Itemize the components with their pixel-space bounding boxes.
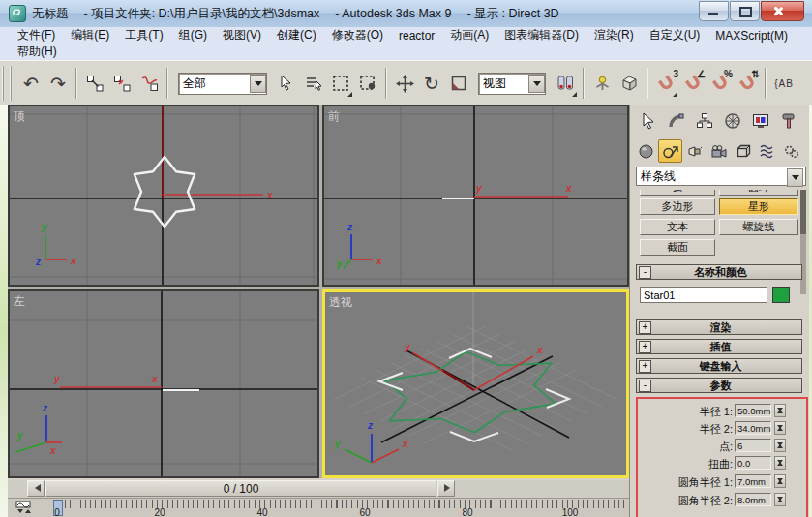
category-helpers[interactable] xyxy=(731,139,755,163)
tab-create[interactable] xyxy=(634,107,662,135)
toolbar-drag-handle[interactable] xyxy=(2,66,12,101)
menu-help[interactable]: 帮助(H) xyxy=(10,43,65,61)
viewport-left[interactable]: 左 y x z y x xyxy=(8,289,319,478)
viewport-top[interactable]: 顶 x y z x xyxy=(8,105,319,287)
select-by-name-button[interactable] xyxy=(300,67,327,100)
object-name-input[interactable] xyxy=(640,287,767,303)
object-type-rollout: 弧 圆环 多边形 星形 文本 螺旋线 截面 xyxy=(634,190,800,261)
tab-hierarchy[interactable] xyxy=(690,107,718,135)
unlink-selection-button[interactable] xyxy=(108,67,135,100)
reference-coordinate-dropdown[interactable]: 视图 xyxy=(478,73,546,95)
select-object-button[interactable] xyxy=(273,67,300,100)
menu-edit[interactable]: 编辑(E) xyxy=(63,26,117,45)
viewport-perspective[interactable]: 透视 xyxy=(322,289,629,478)
polygon-button[interactable]: 多边形 xyxy=(640,198,715,215)
next-frame-button[interactable] xyxy=(437,480,455,497)
previous-frame-button[interactable] xyxy=(27,480,45,497)
select-and-move-button[interactable] xyxy=(391,67,418,100)
keyboard-shortcut-override-button[interactable] xyxy=(616,67,643,100)
named-selection-sets-button[interactable]: {AB xyxy=(770,67,797,100)
category-shapes[interactable] xyxy=(658,139,682,163)
track-bar[interactable]: 0 20 40 60 80 100 xyxy=(8,498,629,517)
menu-create[interactable]: 创建(C) xyxy=(269,26,324,45)
spinner-icon[interactable] xyxy=(774,404,786,417)
rendering-rollout-header[interactable]: + 渲染 xyxy=(636,319,802,335)
name-color-rollout-header[interactable]: - 名称和颜色 xyxy=(636,264,802,280)
menu-row-2: 帮助(H) xyxy=(0,44,812,60)
minimize-button[interactable] xyxy=(699,1,729,21)
arc-button[interactable]: 弧 xyxy=(640,190,715,196)
points-field[interactable]: 6 xyxy=(735,439,771,452)
tab-utilities[interactable] xyxy=(774,107,802,135)
menu-maxscript[interactable]: MAXScript(M) xyxy=(707,28,796,44)
redo-button[interactable]: ↷ xyxy=(45,67,72,100)
select-and-rotate-button[interactable]: ↻ xyxy=(418,67,445,100)
spinner-icon[interactable] xyxy=(774,456,786,470)
section-button[interactable]: 截面 xyxy=(640,239,715,256)
helix-button[interactable]: 螺旋线 xyxy=(719,219,798,235)
spinner-snap-button[interactable]: ⇅ xyxy=(734,67,761,100)
menu-tools[interactable]: 工具(T) xyxy=(117,26,170,45)
viewport-front[interactable]: 前 y x z y x xyxy=(322,105,629,287)
spinner-icon[interactable] xyxy=(774,493,786,506)
category-systems[interactable] xyxy=(779,139,803,163)
menu-animation[interactable]: 动画(A) xyxy=(442,26,496,45)
star-button[interactable]: 星形 xyxy=(719,198,798,215)
menu-group[interactable]: 组(G) xyxy=(171,26,215,45)
menu-rendering[interactable]: 渲染(R) xyxy=(586,26,642,45)
scrollbar-thumb[interactable] xyxy=(800,190,806,234)
menu-modifiers[interactable]: 修改器(O) xyxy=(324,26,391,45)
radius2-field[interactable]: 34.0mm xyxy=(735,421,771,435)
category-geometry[interactable] xyxy=(634,139,658,163)
tripod-z-label: z xyxy=(367,420,373,431)
menu-views[interactable]: 视图(V) xyxy=(215,26,269,45)
select-and-link-button[interactable] xyxy=(81,67,108,100)
spinner-icon[interactable] xyxy=(774,439,786,452)
frame-label: 20 xyxy=(154,507,165,517)
bind-to-space-warp-button[interactable] xyxy=(135,67,163,100)
menu-customize[interactable]: 自定义(U) xyxy=(642,26,708,45)
selection-filter-dropdown[interactable]: 全部 xyxy=(178,73,267,95)
frame-label: 60 xyxy=(359,507,370,517)
maximize-button[interactable] xyxy=(730,1,760,21)
angle-snap-button[interactable]: ∠ xyxy=(679,67,707,100)
keyboard-entry-rollout-header[interactable]: + 键盘输入 xyxy=(636,358,802,374)
mini-curve-editor-icon xyxy=(12,501,35,515)
app-name: - Autodesk 3ds Max 9 xyxy=(335,7,451,20)
menu-reactor[interactable]: reactor xyxy=(391,28,442,44)
undo-button[interactable]: ↶ xyxy=(17,67,45,100)
menu-graph-editors[interactable]: 图表编辑器(D) xyxy=(496,26,586,45)
title-bar[interactable]: 无标题 - 项目文件夹: D:\用户目录\我的文档\3dsmax - Autod… xyxy=(0,0,812,28)
tripod-y-label: y xyxy=(334,439,341,449)
category-cameras[interactable] xyxy=(707,139,731,163)
category-space-warps[interactable] xyxy=(755,139,779,163)
distortion-field[interactable]: 0.0 xyxy=(735,456,771,470)
fillet-radius1-field[interactable]: 7.0mm xyxy=(735,474,771,488)
time-slider[interactable]: 0 / 100 xyxy=(45,480,436,497)
spline-type-dropdown[interactable]: 样条线 xyxy=(636,167,806,186)
donut-button[interactable]: 圆环 xyxy=(719,190,798,196)
window-crossing-button[interactable] xyxy=(354,67,381,100)
select-and-manipulate-button[interactable] xyxy=(588,67,616,100)
use-pivot-center-button[interactable] xyxy=(552,67,579,100)
text-button[interactable]: 文本 xyxy=(640,219,715,235)
tab-display[interactable] xyxy=(746,107,774,135)
tab-motion[interactable] xyxy=(718,107,746,135)
fillet-radius2-field[interactable]: 8.0mm xyxy=(735,493,771,506)
spinner-icon[interactable] xyxy=(774,474,786,488)
window-controls xyxy=(698,1,804,21)
mini-curve-editor-button[interactable] xyxy=(7,501,40,517)
interpolation-rollout-header[interactable]: + 插值 xyxy=(636,339,802,354)
percent-snap-button[interactable]: % xyxy=(707,67,734,100)
object-color-swatch[interactable] xyxy=(772,287,790,303)
parameters-rollout-header[interactable]: - 参数 xyxy=(636,378,802,393)
close-button[interactable] xyxy=(761,1,804,21)
select-and-scale-button[interactable] xyxy=(445,67,472,100)
spinner-icon[interactable] xyxy=(774,421,786,435)
selection-region-button[interactable] xyxy=(327,67,354,100)
tab-modify[interactable] xyxy=(662,107,690,135)
snap-toggle-button[interactable]: 3 xyxy=(652,67,679,100)
radius1-field[interactable]: 50.0mm xyxy=(735,404,771,417)
category-lights[interactable] xyxy=(682,139,707,163)
desktop-strip-left xyxy=(0,105,8,517)
